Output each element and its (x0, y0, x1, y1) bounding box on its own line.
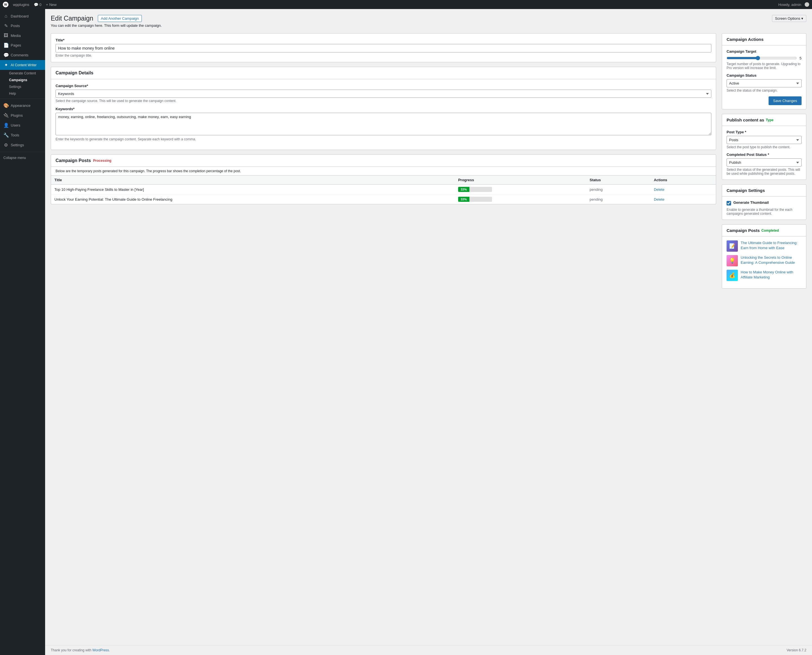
post-type-select[interactable]: Posts Pages (727, 136, 801, 144)
campaign-posts-card: Campaign Posts Processing Below are the … (51, 154, 716, 204)
row1-status: pending (586, 185, 650, 194)
campaign-details-card: Campaign Details Campaign Source* Keywor… (51, 67, 716, 150)
generate-thumbnail-checkbox[interactable] (727, 201, 731, 206)
dashboard-icon: ⌂ (3, 14, 8, 18)
posts-table-body: Top 10 High-Paying Freelance Skills to M… (51, 185, 716, 204)
progress-label: 33% (461, 188, 467, 191)
plugins-icon: 🔌 (3, 113, 8, 118)
row2-delete-link[interactable]: Delete (654, 197, 664, 201)
sidebar-item-media[interactable]: 🖼 Media (0, 31, 45, 40)
sidebar-sub-generate-content[interactable]: Generate Content (0, 70, 45, 77)
title-card-body: Title* Enter the campaign title. (51, 34, 716, 62)
progress-bar-fill: 33% (458, 187, 470, 192)
row1-actions: Delete (650, 185, 716, 194)
col-title: Title (51, 175, 455, 185)
completed-post-item-2: 💡 Unlocking the Secrets to Online Earnin… (727, 255, 801, 266)
avatar[interactable] (805, 2, 809, 7)
target-hint: Target number of posts to generate. Upgr… (727, 62, 801, 70)
completed-post-item-3: 💰 How to Make Money Online with Affiliat… (727, 270, 801, 281)
keywords-textarea[interactable] (55, 113, 711, 135)
completed-status-select[interactable]: Publish Draft Pending (727, 158, 801, 166)
sidebar-item-appearance[interactable]: 🎨 Appearance (0, 101, 45, 111)
progress-label-2: 33% (461, 198, 467, 201)
sidebar-item-dashboard[interactable]: ⌂ Dashboard (0, 11, 45, 21)
sidebar-item-users[interactable]: 👤 Users (0, 120, 45, 130)
post-link-2[interactable]: Unlocking the Secrets to Online Earning:… (741, 255, 801, 265)
post-link-3[interactable]: How to Make Money Online with Affiliate … (741, 270, 801, 280)
page-title: Edit Campaign (51, 15, 93, 22)
campaign-posts-header: Campaign Posts Processing (51, 155, 716, 167)
admin-bar-right: Howdy, admin (778, 2, 809, 7)
sidebar-item-settings[interactable]: ⚙ Settings (0, 140, 45, 150)
new-content-link[interactable]: + New (46, 3, 57, 7)
sidebar-item-comments[interactable]: 💬 Comments (0, 50, 45, 60)
campaign-target-slider[interactable] (727, 56, 797, 60)
source-hint: Select the campaign source. This will be… (55, 99, 711, 103)
progress-bar-wrap: 33% (458, 187, 492, 192)
media-icon: 🖼 (3, 33, 8, 38)
publish-content-title-row: Publish content as Type (722, 114, 806, 126)
save-button-wrap: Save Changes (727, 96, 801, 105)
completed-posts-card: Campaign Posts Completed 📝 The Ultimate … (722, 224, 806, 289)
generate-thumbnail-label: Generate Thumbnail (733, 200, 769, 204)
row2-progress: 33% (455, 194, 586, 204)
publish-content-body: Post Type * Posts Pages Select the post … (722, 126, 806, 180)
posts-desc: Below are the temporary posts generated … (51, 167, 716, 175)
ai-content-writer-block: ✦ AI Content Writer (0, 60, 45, 70)
campaign-details-title: Campaign Details (51, 67, 716, 79)
screen-options-button[interactable]: Screen Options ▾ (772, 15, 806, 22)
wordpress-link[interactable]: WordPress (92, 648, 109, 652)
add-another-campaign-button[interactable]: Add Another Campaign (98, 15, 142, 22)
post-thumb-1: 📝 (727, 240, 738, 252)
page-header: Edit Campaign Add Another Campaign Scree… (51, 15, 806, 22)
title-field-hint: Enter the campaign title. (55, 54, 711, 57)
completed-status-hint: Select the status of the generated posts… (727, 168, 801, 175)
campaign-actions-title: Campaign Actions (722, 34, 806, 45)
sidebar-sub-help[interactable]: Help (0, 90, 45, 97)
table-row: Unlock Your Earning Potential: The Ultim… (51, 194, 716, 204)
wp-logo[interactable]: W (3, 2, 8, 7)
sidebar: ⌂ Dashboard ✎ Posts 🖼 Media 📄 Pages 💬 Co… (0, 9, 45, 655)
col-status: Status (586, 175, 650, 185)
campaign-title-input[interactable] (55, 44, 711, 52)
col-progress: Progress (455, 175, 586, 185)
sidebar-item-ai-content-writer[interactable]: ✦ AI Content Writer (0, 60, 45, 70)
processing-badge: Processing (93, 159, 111, 163)
completed-badge: Completed (761, 229, 779, 232)
sidebar-item-tools[interactable]: 🔧 Tools (0, 130, 45, 140)
generate-thumbnail-row: Generate Thumbnail (727, 200, 801, 206)
pages-icon: 📄 (3, 43, 8, 48)
sidebar-item-posts[interactable]: ✎ Posts (0, 21, 45, 31)
completed-posts-title-row: Campaign Posts Completed (722, 224, 806, 237)
post-link-1[interactable]: The Ultimate Guide to Freelancing: Earn … (741, 240, 801, 251)
keywords-field-group: Keywords* Enter the keywords to generate… (55, 107, 711, 141)
users-icon: 👤 (3, 123, 8, 128)
settings-icon: ⚙ (3, 142, 8, 148)
post-type-hint: Select the post type to publish the cont… (727, 145, 801, 149)
site-name[interactable]: wpplugins (13, 3, 29, 7)
row2-status: pending (586, 194, 650, 204)
row1-delete-link[interactable]: Delete (654, 188, 664, 192)
campaign-posts-title-row: Campaign Posts Processing (55, 158, 711, 163)
collapse-menu[interactable]: Collapse menu (0, 154, 45, 162)
wp-footer: Thank you for creating with WordPress. V… (45, 645, 812, 655)
campaign-source-select[interactable]: Keywords RSS Feed YouTube (55, 90, 711, 98)
page-description: You can edit the campaign here. This for… (51, 23, 806, 28)
ai-icon: ✦ (3, 62, 8, 68)
status-hint: Select the status of the campaign. (727, 89, 801, 92)
keywords-label: Keywords* (55, 107, 711, 111)
howdy-text: Howdy, admin (778, 3, 801, 7)
comments-link[interactable]: 💬 0 (34, 3, 42, 7)
sidebar-item-plugins[interactable]: 🔌 Plugins (0, 111, 45, 120)
sidebar-sub-campaigns[interactable]: Campaigns (0, 77, 45, 83)
source-label: Campaign Source* (55, 84, 711, 88)
target-label: Campaign Target (727, 49, 801, 54)
sidebar-item-pages[interactable]: 📄 Pages (0, 40, 45, 50)
campaign-status-select[interactable]: Active Inactive Paused (727, 79, 801, 88)
posts-icon: ✎ (3, 23, 8, 28)
save-changes-button[interactable]: Save Changes (769, 96, 801, 105)
progress-bar-fill-2: 33% (458, 197, 470, 202)
completed-post-item: 📝 The Ultimate Guide to Freelancing: Ear… (727, 240, 801, 252)
row1-progress: 33% (455, 185, 586, 194)
sidebar-sub-settings[interactable]: Settings (0, 83, 45, 90)
